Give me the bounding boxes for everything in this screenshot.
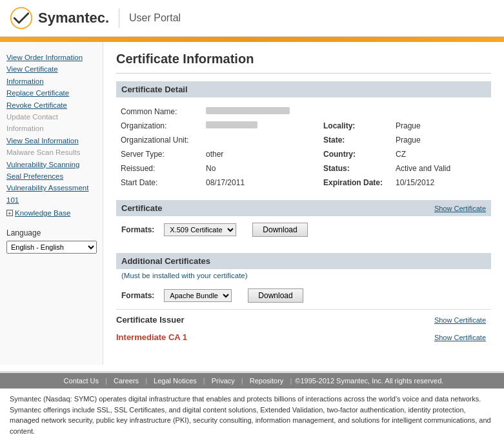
cert-issuer-label: Certificate Issuer [116, 315, 185, 325]
expiration-date-value: 10/15/2012 [392, 176, 490, 189]
footer-contact-link[interactable]: Contact Us [64, 377, 99, 385]
additional-certificates-section: Additional Certificates (Must be install… [116, 253, 491, 345]
footer-repository-link[interactable]: Repository [250, 377, 284, 385]
table-row: Server Type: other Country: CZ [117, 148, 490, 161]
page-title: Certificate Information [116, 52, 491, 66]
certificate-format-row: Formats: X.509 Certificate Download [116, 216, 491, 243]
org-unit-label: Organizational Unit: [117, 134, 201, 146]
additional-format-select-wrap: Apache Bundle [164, 289, 232, 302]
content-area: Certificate Information Certificate Deta… [103, 42, 504, 365]
additional-cert-format-select[interactable]: Apache Bundle [164, 289, 232, 302]
language-select[interactable]: English - English [6, 241, 97, 254]
language-label: Language [6, 228, 96, 237]
table-row: Organization: Locality: Prague [117, 119, 490, 132]
sidebar-item-replace-cert[interactable]: Replace Certificate [6, 87, 96, 99]
sidebar: View Order Information View Certificate … [0, 42, 103, 365]
symantec-logo-icon [10, 6, 33, 30]
knowledge-base-expand-icon: + [6, 210, 13, 216]
cert-issuer-row: Certificate Issuer Show Certificate [116, 309, 491, 327]
sidebar-item-revoke-cert[interactable]: Revoke Certificate [6, 99, 96, 111]
sidebar-item-malware-scan: Malware Scan Results [6, 148, 80, 156]
cert-detail-table: Common Name: Organization: Locality: Pra… [116, 104, 491, 190]
additional-cert-label: Additional Certificates [121, 256, 210, 266]
org-label: Organization: [117, 119, 201, 132]
title-divider [116, 73, 491, 74]
sidebar-language-section: Language English - English [6, 228, 96, 254]
state-value: Prague [392, 134, 490, 146]
intermediate-ca-row: Intermediate CA 1 Show Certificate [116, 327, 491, 345]
gold-bar [0, 37, 504, 42]
additional-cert-download-button[interactable]: Download [248, 288, 303, 303]
sidebar-item-view-order-info[interactable]: View Order Information [6, 52, 96, 63]
expiration-date-label: Expiration Date: [320, 176, 391, 189]
footer-copyright: ©1995-2012 Symantec, Inc. All rights res… [295, 377, 443, 385]
certificate-section-label: Certificate [121, 203, 163, 213]
org-blurred [206, 121, 257, 128]
state-label: State: [320, 134, 391, 146]
cert-download-button[interactable]: Download [252, 223, 307, 237]
server-type-label: Server Type: [117, 148, 201, 161]
cert-detail-header: Certificate Detail [116, 81, 491, 97]
sidebar-item-knowledge-base[interactable]: Knowledge Base [15, 207, 70, 219]
locality-value: Prague [392, 119, 490, 132]
table-row: Start Date: 08/17/2011 Expiration Date: … [117, 176, 490, 189]
reissued-value: No [203, 162, 319, 175]
header-divider [119, 8, 119, 28]
common-name-label: Common Name: [117, 105, 201, 118]
footer-privacy-link[interactable]: Privacy [212, 377, 235, 385]
status-value: Active and Valid [392, 162, 490, 175]
logo-text: Symantec. [38, 10, 109, 26]
table-row: Common Name: [117, 105, 490, 118]
sidebar-item-vuln-101[interactable]: Vulnerability Assessment 101 [6, 182, 96, 206]
intermediate-show-cert-link[interactable]: Show Certificate [434, 334, 486, 341]
additional-cert-header: Additional Certificates [116, 253, 491, 269]
cert-issuer-show-cert-link[interactable]: Show Certificate [434, 316, 486, 324]
server-type-value: other [203, 148, 319, 161]
table-row: Organizational Unit: State: Prague [117, 134, 490, 146]
sidebar-item-update-contact: Update Contact Information [6, 113, 58, 132]
footer-bar: Contact Us | Careers | Legal Notices | P… [0, 372, 504, 388]
sidebar-item-seal-prefs[interactable]: Seal Preferences [6, 170, 96, 182]
intermediate-ca-label: Intermediate CA 1 [116, 332, 187, 342]
show-certificate-link[interactable]: Show Certificate [434, 205, 486, 212]
sidebar-item-vuln-scanning[interactable]: Vulnerability Scanning [6, 159, 96, 170]
org-unit-value [203, 134, 319, 146]
footer-description: Symantec (Nasdaq: SYMC) operates digital… [0, 388, 504, 441]
country-value: CZ [392, 148, 490, 161]
footer-careers-link[interactable]: Careers [114, 377, 139, 385]
additional-formats-label: Formats: [121, 291, 154, 300]
sidebar-item-view-cert-info[interactable]: View Certificate Information [6, 63, 96, 87]
table-row: Reissued: No Status: Active and Valid [117, 162, 490, 175]
reissued-label: Reissued: [117, 162, 201, 175]
locality-label: Locality: [320, 119, 391, 132]
formats-label: Formats: [121, 225, 154, 234]
org-value [203, 119, 319, 132]
status-label: Status: [320, 162, 391, 175]
start-date-value: 08/17/2011 [203, 176, 319, 189]
additional-cert-note: (Must be installed with your certificate… [116, 269, 491, 282]
additional-cert-format-row: Formats: Apache Bundle Download [116, 282, 491, 309]
header-portal-text: User Portal [129, 12, 181, 24]
start-date-label: Start Date: [117, 176, 201, 189]
main-layout: View Order Information View Certificate … [0, 42, 504, 365]
common-name-value [203, 105, 319, 118]
certificate-section-header: Certificate Show Certificate [116, 200, 491, 216]
certificate-section: Certificate Show Certificate Formats: X.… [116, 200, 491, 243]
sidebar-item-view-seal-info[interactable]: View Seal Information [6, 135, 96, 146]
cert-format-select[interactable]: X.509 Certificate [164, 223, 236, 236]
sidebar-nav: View Order Information View Certificate … [6, 52, 96, 219]
header: Symantec. User Portal [0, 0, 504, 37]
country-label: Country: [320, 148, 391, 161]
format-select-wrap: X.509 Certificate [164, 223, 236, 236]
footer-legal-link[interactable]: Legal Notices [154, 377, 197, 385]
common-name-blurred [206, 107, 290, 114]
logo: Symantec. [10, 6, 109, 30]
